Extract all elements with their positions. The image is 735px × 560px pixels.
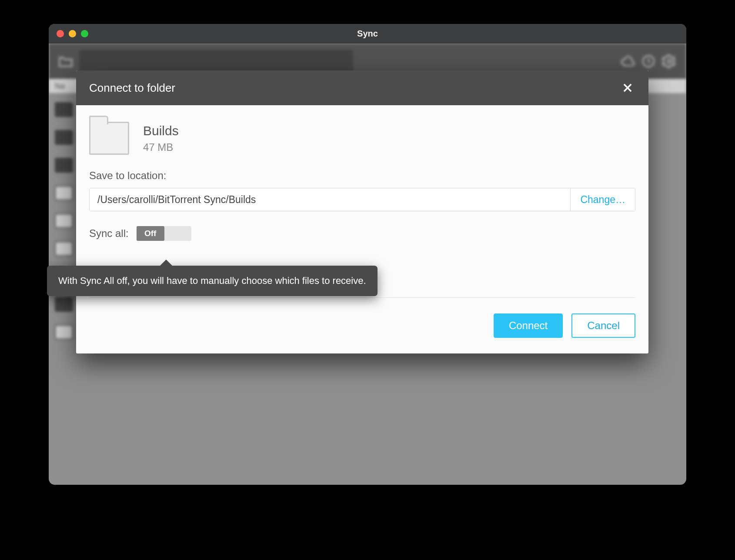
gear-icon[interactable]	[662, 54, 677, 69]
sync-all-label: Sync all:	[89, 227, 129, 240]
window-title: Sync	[49, 29, 686, 39]
tooltip-text: With Sync All off, you will have to manu…	[58, 275, 366, 286]
folder-icon	[55, 241, 73, 256]
folder-icon	[55, 186, 73, 200]
titlebar: Sync	[49, 24, 686, 43]
sync-all-toggle[interactable]: Off	[137, 226, 191, 241]
folder-name: Builds	[143, 123, 179, 138]
folder-info: Builds 47 MB	[89, 122, 635, 155]
connect-folder-dialog: Connect to folder Builds 47 MB Save to l…	[76, 70, 648, 353]
sync-all-row: Sync all: Off	[89, 226, 635, 241]
folder-text: Builds 47 MB	[143, 123, 179, 153]
cancel-button[interactable]: Cancel	[571, 313, 635, 338]
dialog-footer: Connect Cancel	[89, 298, 635, 340]
folder-icon	[55, 325, 73, 340]
close-icon	[621, 82, 634, 94]
folder-size: 47 MB	[143, 141, 179, 153]
window-zoom-button[interactable]	[81, 30, 88, 37]
window-minimize-button[interactable]	[69, 30, 76, 37]
window-close-button[interactable]	[57, 30, 64, 37]
save-location-label: Save to location:	[89, 170, 635, 182]
close-button[interactable]	[620, 80, 635, 96]
svg-point-1	[668, 60, 672, 63]
folder-icon	[55, 297, 73, 312]
traffic-lights	[57, 30, 88, 37]
sync-all-tooltip: With Sync All off, you will have to manu…	[47, 266, 378, 296]
dialog-body: Builds 47 MB Save to location: Change… S…	[76, 105, 648, 353]
change-location-button[interactable]: Change…	[570, 188, 635, 211]
folder-icon	[89, 122, 129, 155]
dialog-header: Connect to folder	[76, 70, 648, 105]
folder-icon	[55, 213, 73, 228]
toggle-state: Off	[137, 226, 164, 241]
column-name: Na	[55, 82, 65, 91]
folder-icon	[55, 158, 73, 173]
add-folder-icon[interactable]	[58, 55, 73, 68]
history-icon[interactable]	[641, 54, 656, 69]
connect-button[interactable]: Connect	[494, 313, 563, 338]
folder-icon	[55, 102, 73, 117]
search-area[interactable]	[79, 50, 353, 73]
save-location-row: Change…	[89, 188, 635, 211]
cloud-icon[interactable]	[620, 55, 635, 68]
save-location-input[interactable]	[90, 188, 570, 211]
dialog-title: Connect to folder	[89, 81, 175, 95]
folder-icon	[55, 130, 73, 145]
